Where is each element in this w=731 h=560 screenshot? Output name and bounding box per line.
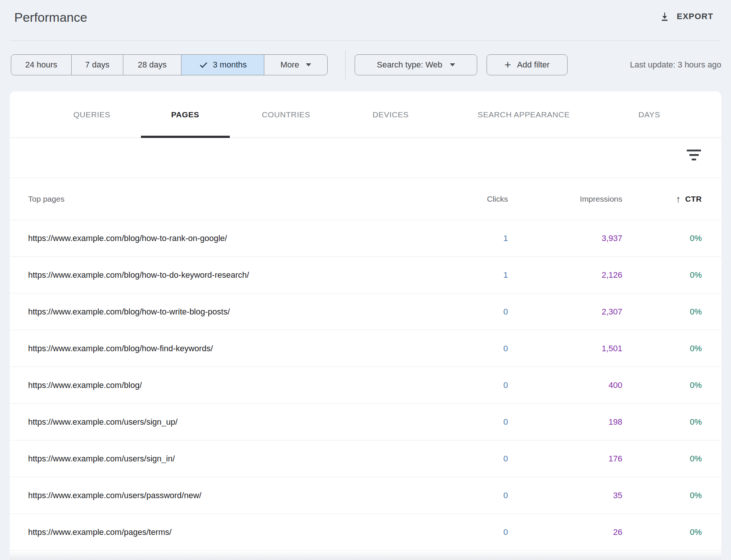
- table-row[interactable]: https://www.example.com/blog/04000%: [10, 367, 721, 404]
- chevron-down-icon: [450, 63, 455, 66]
- ctr-value: 0%: [690, 404, 702, 440]
- page-url[interactable]: https://www.example.com/users/password/n…: [28, 477, 201, 514]
- table-filter-row: [10, 138, 721, 178]
- page-url[interactable]: https://www.example.com/blog/how-to-writ…: [28, 293, 230, 330]
- date-range-7-days[interactable]: 7 days: [72, 55, 123, 75]
- date-range-label: 7 days: [85, 60, 109, 70]
- clicks-value: 0: [503, 330, 508, 367]
- page-url[interactable]: https://www.example.com/pages/terms/: [28, 514, 172, 550]
- add-filter-label: Add filter: [517, 60, 550, 70]
- page-url[interactable]: https://www.example.com/users/sign_in/: [28, 440, 175, 477]
- table-row[interactable]: https://www.example.com/pages/terms/0260…: [10, 514, 721, 551]
- impressions-value: 35: [613, 477, 622, 514]
- tab-bar: QUERIESPAGESCOUNTRIESDEVICESSEARCH APPEA…: [10, 91, 721, 138]
- plus-icon: +: [505, 59, 511, 70]
- date-range-28-days[interactable]: 28 days: [123, 55, 181, 75]
- impressions-value: 176: [608, 440, 622, 477]
- page-url[interactable]: https://www.example.com/users/sign_up/: [28, 404, 178, 440]
- column-header-impressions[interactable]: Impressions: [580, 178, 622, 220]
- toolbar-divider: [345, 50, 346, 79]
- page-title: Performance: [14, 9, 87, 25]
- chevron-down-icon: [306, 63, 311, 66]
- tab-countries[interactable]: COUNTRIES: [258, 91, 314, 138]
- tab-pages[interactable]: PAGES: [168, 91, 203, 138]
- ctr-value: 0%: [690, 220, 702, 256]
- column-header-top-pages[interactable]: Top pages: [28, 178, 64, 220]
- table-row[interactable]: https://www.example.com/users/sign_in/01…: [10, 440, 721, 477]
- table-row[interactable]: https://www.example.com/blog/how-to-do-k…: [10, 257, 721, 293]
- add-filter-button[interactable]: + Add filter: [487, 54, 568, 75]
- page-url[interactable]: https://www.example.com/blog/how-to-do-k…: [28, 257, 249, 293]
- arrow-up-icon: ↑: [676, 178, 681, 220]
- export-label: EXPORT: [677, 12, 713, 21]
- date-range-24-hours[interactable]: 24 hours: [11, 55, 72, 75]
- more-label: More: [280, 60, 299, 70]
- ctr-value: 0%: [690, 440, 702, 477]
- table-row[interactable]: https://www.example.com/blog/how-to-writ…: [10, 293, 721, 330]
- ctr-value: 0%: [690, 514, 702, 550]
- export-button[interactable]: EXPORT: [659, 9, 713, 24]
- filter-lines-icon[interactable]: [686, 150, 701, 162]
- page-url[interactable]: https://www.example.com/blog/how-find-ke…: [28, 330, 213, 367]
- bottom-fade: [10, 551, 721, 560]
- tab-queries[interactable]: QUERIES: [70, 91, 114, 138]
- impressions-value: 3,937: [602, 220, 622, 256]
- impressions-value: 400: [608, 367, 622, 403]
- search-type-label: Search type: Web: [377, 60, 442, 70]
- last-update-text: Last update: 3 hours ago: [630, 54, 721, 75]
- tab-devices[interactable]: DEVICES: [369, 91, 412, 138]
- clicks-value: 1: [503, 257, 508, 293]
- impressions-value: 26: [613, 514, 622, 550]
- clicks-value: 0: [503, 477, 508, 514]
- download-icon: [659, 11, 670, 22]
- report-card: QUERIESPAGESCOUNTRIESDEVICESSEARCH APPEA…: [10, 91, 721, 560]
- page-url[interactable]: https://www.example.com/blog/: [28, 367, 142, 403]
- tab-search-appearance[interactable]: SEARCH APPEARANCE: [474, 91, 574, 138]
- table-body: https://www.example.com/blog/how-to-rank…: [10, 220, 721, 551]
- performance-page: Performance EXPORT 24 hours7 days28 days…: [0, 0, 731, 560]
- table-header-row: Top pages Clicks Impressions ↑ CTR: [10, 178, 721, 220]
- page-url[interactable]: https://www.example.com/blog/how-to-rank…: [28, 220, 227, 256]
- header-divider: [10, 40, 721, 41]
- table-row[interactable]: https://www.example.com/users/password/n…: [10, 477, 721, 514]
- table-row[interactable]: https://www.example.com/blog/how-to-rank…: [10, 220, 721, 257]
- ctr-value: 0%: [690, 367, 702, 403]
- ctr-value: 0%: [690, 293, 702, 330]
- date-range-more-button[interactable]: More: [264, 55, 327, 75]
- impressions-value: 2,126: [602, 257, 622, 293]
- table-row[interactable]: https://www.example.com/users/sign_up/01…: [10, 404, 721, 440]
- date-range-label: 3 months: [213, 60, 247, 70]
- impressions-value: 2,307: [602, 293, 622, 330]
- date-range-3-months[interactable]: 3 months: [181, 55, 264, 75]
- clicks-value: 0: [503, 514, 508, 550]
- clicks-value: 0: [503, 367, 508, 403]
- impressions-value: 1,501: [602, 330, 622, 367]
- ctr-value: 0%: [690, 330, 702, 367]
- tab-days[interactable]: DAYS: [635, 91, 664, 138]
- clicks-value: 0: [503, 404, 508, 440]
- date-range-group: 24 hours7 days28 days3 monthsMore: [11, 54, 328, 75]
- ctr-value: 0%: [690, 257, 702, 293]
- column-header-ctr[interactable]: ↑ CTR: [676, 178, 702, 220]
- table-row[interactable]: https://www.example.com/blog/how-find-ke…: [10, 330, 721, 367]
- column-header-clicks[interactable]: Clicks: [487, 178, 508, 220]
- search-type-button[interactable]: Search type: Web: [355, 54, 477, 75]
- clicks-value: 1: [503, 220, 508, 256]
- date-range-label: 28 days: [138, 60, 166, 70]
- clicks-value: 0: [503, 440, 508, 477]
- date-range-label: 24 hours: [25, 60, 57, 70]
- impressions-value: 198: [608, 404, 622, 440]
- checkmark-icon: [199, 60, 208, 70]
- clicks-value: 0: [503, 293, 508, 330]
- ctr-value: 0%: [690, 477, 702, 514]
